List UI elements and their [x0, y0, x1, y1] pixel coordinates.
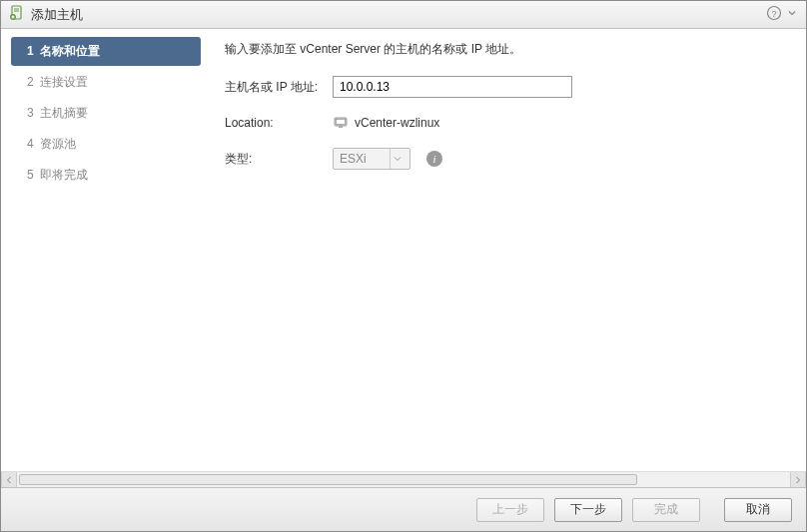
row-hostname: 主机名或 IP 地址:	[225, 76, 788, 98]
horizontal-scrollbar[interactable]	[1, 471, 806, 487]
step-connection[interactable]: 2 连接设置	[11, 68, 201, 97]
row-location: Location: vCenter-wzlinux	[225, 112, 788, 134]
cancel-button[interactable]: 取消	[724, 498, 792, 522]
step-ready[interactable]: 5 即将完成	[11, 161, 201, 190]
svg-text:?: ?	[771, 9, 776, 19]
next-button[interactable]: 下一步	[554, 498, 622, 522]
location-label: Location:	[225, 116, 333, 130]
row-type: 类型: ESXi i	[225, 148, 788, 170]
scroll-track[interactable]	[17, 472, 790, 487]
svg-rect-10	[339, 126, 343, 128]
chevron-down-icon[interactable]	[786, 7, 798, 22]
step-host-summary[interactable]: 3 主机摘要	[11, 99, 201, 128]
scroll-right-icon[interactable]	[790, 472, 806, 487]
wizard-panel: 输入要添加至 vCenter Server 的主机的名称或 IP 地址。 主机名…	[211, 37, 796, 471]
scroll-thumb[interactable]	[19, 474, 637, 485]
wizard-footer: 上一步 下一步 完成 取消	[1, 487, 806, 531]
scroll-left-icon[interactable]	[1, 472, 17, 487]
back-button: 上一步	[476, 498, 544, 522]
wizard-steps: 1 名称和位置 2 连接设置 3 主机摘要 4 资源池 5 即将完成	[11, 37, 211, 471]
finish-button: 完成	[632, 498, 700, 522]
type-value: ESXi	[340, 152, 390, 166]
hostname-input[interactable]	[333, 76, 572, 98]
location-value: vCenter-wzlinux	[355, 116, 439, 130]
instruction-text: 输入要添加至 vCenter Server 的主机的名称或 IP 地址。	[225, 41, 788, 58]
type-select: ESXi	[333, 148, 410, 170]
info-icon[interactable]: i	[426, 151, 442, 167]
vcenter-icon	[333, 115, 349, 131]
step-name-location[interactable]: 1 名称和位置	[11, 37, 201, 66]
window-title: 添加主机	[31, 6, 766, 24]
svg-rect-9	[337, 120, 346, 125]
host-add-icon	[9, 5, 25, 24]
titlebar: 添加主机 ?	[1, 1, 806, 29]
help-icon[interactable]: ?	[766, 5, 782, 24]
wizard-content: 1 名称和位置 2 连接设置 3 主机摘要 4 资源池 5 即将完成 输入要添加…	[1, 29, 806, 531]
chevron-down-icon	[390, 149, 404, 169]
step-resource-pool[interactable]: 4 资源池	[11, 130, 201, 159]
type-label: 类型:	[225, 151, 333, 168]
hostname-label: 主机名或 IP 地址:	[225, 79, 333, 96]
